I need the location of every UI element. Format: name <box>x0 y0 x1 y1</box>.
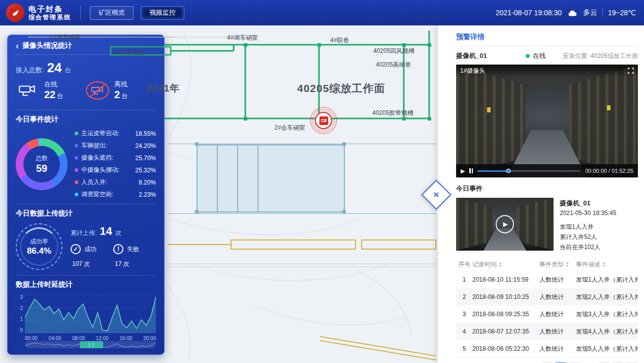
table-header-cell[interactable]: 记录时间 <box>472 260 539 269</box>
datetime-display: 2021-08-07 19:08:30 <box>496 9 562 17</box>
online-status-dot <box>526 54 530 58</box>
table-header-cell[interactable]: 事件类型 <box>539 260 576 269</box>
legend-label: 调查室空岗: <box>81 190 136 199</box>
online-value: 22 <box>44 89 55 100</box>
play-button[interactable]: ▶ <box>461 168 465 174</box>
latency-x-tick: 20:00 <box>143 336 156 341</box>
table-header-label: 事件类型 <box>539 260 564 269</box>
legend-item: 主运皮带启动:18.55% <box>75 129 156 138</box>
legend-item: 车辆驶出:24.20% <box>75 141 156 150</box>
fullscreen-icon[interactable] <box>628 68 634 74</box>
table-cell: 人数统计 <box>539 345 576 353</box>
success-fail-row: ✓ 成功 107次 ! 失败 17次 <box>71 244 156 268</box>
legend-label: 主运皮带启动: <box>81 129 132 138</box>
app-title: 电子封条 综合管理系统 <box>28 5 71 21</box>
install-location: 安装位置: 40205综放工作面 <box>563 52 638 60</box>
offline-value: 2 <box>114 89 120 100</box>
offline-cameras: 离线 2台 <box>86 80 156 101</box>
video-timestamp: 00:00:00 / 01:52:25 <box>585 168 633 174</box>
alarm-camera-marker[interactable] <box>310 107 337 134</box>
today-events-title: 今日事件 <box>456 177 638 198</box>
table-cell: 人数统计 <box>539 310 576 319</box>
live-video-player[interactable]: 1#摄像头 ▶ 00:00:00 / 01:52:25 <box>456 65 638 177</box>
table-row[interactable]: 52018-08-06 05:22:30人数统计发现5人入井（累计入井52人..… <box>456 340 638 357</box>
table-row[interactable]: 12018-08-10 11:15:59人数统计发现1人入井（累计入井52人..… <box>456 271 638 288</box>
legend-dot-icon <box>75 144 78 147</box>
table-header-label: 事件描述 <box>576 260 600 269</box>
table-cell: 2018-08-10 11:15:59 <box>472 276 539 283</box>
latency-x-axis: 00:0004:0008:0012:0016:0020:00 <box>25 336 156 341</box>
pause-button[interactable] <box>469 168 473 173</box>
table-row[interactable]: 22018-08-09 10:10:25人数统计发现2人入井（累计入井52人..… <box>456 288 638 306</box>
video-progress-knob[interactable] <box>506 169 511 173</box>
latency-x-tick: 08:00 <box>72 336 85 341</box>
table-cell: 2018-08-06 05:22:30 <box>472 345 539 352</box>
weather-condition: 多云 <box>583 8 597 17</box>
event-card: ▶ 摄像机_01 2021-05-30 18:35:45 发现1人入井 累计入井… <box>456 198 638 252</box>
success-rate-gauge: 成功率 86.4% <box>16 223 62 270</box>
access-total-unit: 台 <box>65 66 71 75</box>
events-table-head: 序号记录时间事件类型事件描述 <box>456 258 638 271</box>
legend-value: 8.20% <box>139 179 156 186</box>
cumulative-unit: 次 <box>115 229 121 237</box>
latency-x-tick: 00:00 <box>25 336 38 341</box>
table-cell: 2018-08-09 10:10:25 <box>472 293 539 300</box>
header-right: 2021-08-07 19:08:30 多云 19~28℃ <box>496 8 644 17</box>
table-cell: 2018-08-08 09:25:35 <box>472 311 539 318</box>
sort-icon[interactable] <box>602 262 605 267</box>
event-video-thumbnail[interactable]: ▶ <box>456 198 554 251</box>
table-cell: 2018-08-07 12:07:35 <box>472 328 539 335</box>
latency-x-tick: 16:00 <box>119 336 132 341</box>
video-controls: ▶ 00:00:00 / 01:52:25 <box>456 164 638 177</box>
video-progress-track[interactable] <box>477 170 581 172</box>
camera-status-row: 在线 22台 离线 2台 <box>16 80 156 101</box>
fail-value: 17 <box>115 260 121 267</box>
table-cell: 4 <box>456 328 472 335</box>
table-header-label: 记录时间 <box>472 260 497 269</box>
table-cell: 发现3人入井（累计入井52人... <box>576 310 638 319</box>
legend-value: 25.70% <box>135 155 156 162</box>
donut-center-value: 59 <box>36 163 47 174</box>
close-icon: × <box>433 189 439 200</box>
table-cell: 2 <box>456 293 472 300</box>
sort-icon[interactable] <box>499 262 502 267</box>
fail-label: 失败 <box>127 245 139 254</box>
event-line3: 当前在井102人 <box>560 243 616 252</box>
legend-dot-icon <box>75 132 78 135</box>
main-tabs: 矿区概览视频监控 <box>90 6 184 20</box>
latency-brush-track[interactable] <box>25 341 156 348</box>
offline-texts: 离线 2台 <box>114 80 127 101</box>
latency-y-tick: 3 <box>16 294 23 300</box>
access-total-label: 接入总数: <box>16 66 44 75</box>
table-header-cell: 序号 <box>456 260 472 269</box>
header-separator <box>602 9 603 17</box>
sort-icon[interactable] <box>566 262 569 267</box>
upload-right: 累计上传: 14 次 ✓ 成功 107次 ! <box>71 225 156 268</box>
success-label: 成功 <box>84 245 96 254</box>
latency-plot <box>25 294 156 333</box>
event-donut-block: 总数 59 主运皮带启动:18.55%车辆驶出:24.20%摄像头遮挡:25.7… <box>16 129 156 199</box>
latency-chart-block: 3210 <box>16 294 156 333</box>
thumbnail-play-icon[interactable]: ▶ <box>496 215 514 233</box>
camera-stats-panel: ‹ 摄像头情况统计 接入总数: 24 台 在线 22台 <box>7 35 165 355</box>
table-row[interactable]: 42018-08-07 12:07:35人数统计发现4人入井（累计入井52人..… <box>456 323 638 340</box>
tab-video-monitor[interactable]: 视频监控 <box>141 6 184 20</box>
latency-brush-handle[interactable] <box>80 341 103 348</box>
latency-y-tick: 2 <box>16 306 23 311</box>
alarm-camera-icon <box>319 116 328 125</box>
tab-mine-overview[interactable]: 矿区概览 <box>90 6 134 20</box>
table-cell: 发现4人入井（累计入井52人... <box>576 327 638 336</box>
collapse-panel-icon[interactable]: ‹ <box>16 41 19 50</box>
camera-name: 摄像机_01 <box>456 51 487 60</box>
app-window: 1#调车硐室2#调车硐室4#调车硐室4#联巷40205回风顺槽40205高抽巷2… <box>0 0 644 363</box>
legend-dot-icon <box>75 156 78 160</box>
table-row[interactable]: 32018-08-08 09:25:35人数统计发现3人入井（累计入井52人..… <box>456 306 638 323</box>
latency-chart-svg <box>25 294 156 333</box>
table-header-cell[interactable]: 事件描述 <box>576 260 638 269</box>
tunnel-sign <box>487 107 491 112</box>
legend-item: 摄像头遮挡:25.70% <box>75 154 156 162</box>
legend-dot-icon <box>75 193 78 196</box>
fail-stat: ! 失败 17次 <box>113 244 156 268</box>
fail-unit: 次 <box>123 260 129 267</box>
table-header-label: 序号 <box>458 260 470 269</box>
